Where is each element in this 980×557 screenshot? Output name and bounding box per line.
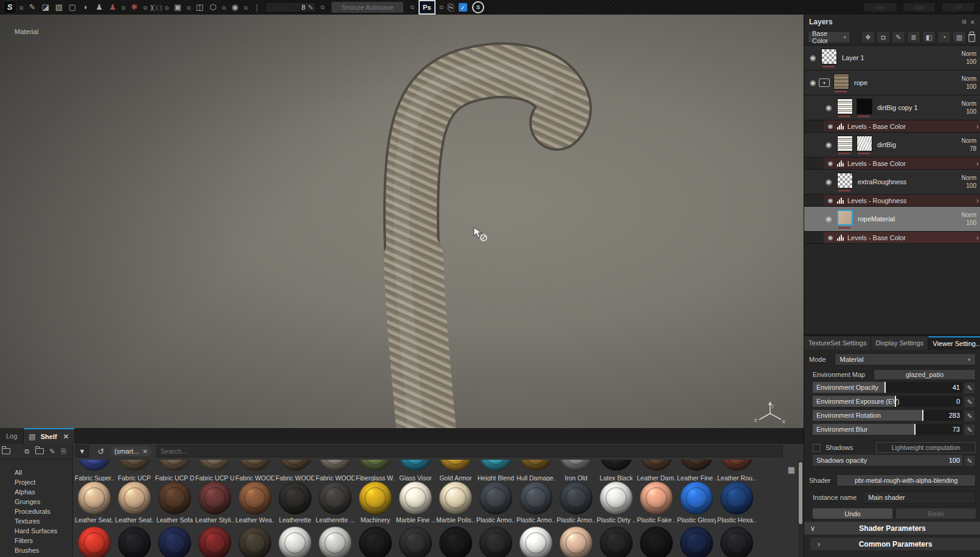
layer-name[interactable]: Layer 1 [842,54,962,61]
layer-name[interactable]: extraRoughness [858,178,962,185]
layer-row[interactable]: ◉ ▼ Levels - Roughness ◉ Levels - Roughn… [804,195,980,207]
shelf-item[interactable]: Plastic Fake ... [636,482,676,524]
shelf-item[interactable] [74,460,114,472]
shelf-item-label[interactable]: Fabric WOOD... [276,474,315,481]
layer-row[interactable]: ◉ ▼ dirtBig Norm78 ◉ dirtBig › [804,133,980,157]
paint-tool-icon[interactable]: ✎ [26,1,38,13]
display-mode-icon[interactable]: ◫ [193,1,206,13]
settings-tab[interactable]: Viewer Setting... [928,336,980,350]
shelf-item[interactable] [556,527,596,557]
pencil-icon[interactable]: ✎ [964,410,976,422]
layer-name[interactable]: dirtBig [877,141,962,148]
filter-chip[interactable]: (smart... ✕ [111,446,151,456]
effect-name[interactable]: Levels - Roughness [847,197,976,204]
layer-row[interactable]: ◉ ▼ Levels - Base Color ◉ Levels - Base … [804,232,980,244]
layer-visibility-toggle[interactable]: ◉ [824,140,833,149]
shelf-item[interactable] [636,460,676,472]
shelf-item[interactable]: Marble Fine ... [395,482,436,524]
shelf-item[interactable] [395,460,436,472]
scrollbar-thumb[interactable] [799,462,802,524]
popout-icon[interactable]: ⧉ [185,2,192,15]
faint-toolbar-button[interactable]: start [864,3,896,12]
layer-visibility-toggle[interactable]: ◉ [808,54,818,62]
shelf-item[interactable] [275,460,315,472]
undo-icon[interactable]: ↺ [95,446,107,457]
shelf-item[interactable] [195,527,235,557]
brush-size-field[interactable]: 8 ✎ [265,2,316,13]
add-smart-material-button[interactable]: ❖ [861,31,875,43]
chevron-icon[interactable]: ∨ [804,524,821,533]
shelf-category-item[interactable]: Textures [0,516,72,526]
blend-mode-select[interactable]: Base Color ▾ [808,31,850,43]
shelf-category-item[interactable]: All [0,468,72,477]
layer-row[interactable]: ◉ ▼ rope Norm100 ◉ rope › [804,71,980,95]
shelf-item[interactable]: Plastic Dirty ... [596,482,636,524]
chevron-right-icon[interactable]: › [976,122,979,131]
shelf-item[interactable]: Leatherette [275,482,315,524]
shelf-item[interactable] [436,460,476,472]
smudge-tool-icon[interactable]: ◗ [80,1,92,13]
layer-thumbnail[interactable] [837,173,853,189]
shelf-category-item[interactable]: Alphas [0,487,72,497]
shelf-item-label[interactable]: Fabric WOOD... [316,474,355,481]
shelf-item[interactable] [114,527,155,557]
shelf-item[interactable]: Leatherette ... [315,482,355,524]
substance-share-icon[interactable]: S [472,1,484,13]
layer-blend-mode[interactable]: Norm [962,174,976,182]
layer-row[interactable]: ◉ ▼ Layer 1 Norm100 ◉ Layer 1 › [804,46,980,71]
pencil-icon[interactable]: ✎ [308,4,313,12]
layer-row[interactable]: ◉ ▼ extraRoughness Norm100 ◉ extraRoughn… [804,170,980,195]
layer-opacity[interactable]: 100 [966,108,976,116]
shelf-category-item[interactable]: Brushes [0,545,72,555]
faint-toolbar-button[interactable]: start [903,3,935,12]
undo-button[interactable]: Undo [813,508,892,519]
layer-visibility-toggle[interactable]: ◉ [824,215,833,223]
faint-toolbar-button[interactable]: off [942,3,974,12]
shelf-item[interactable] [636,527,676,557]
shelf-item[interactable] [74,527,114,557]
shelf-item[interactable]: Leather Seat... [114,482,155,524]
layer-row[interactable]: ◉ ▼ Levels - Base Color ◉ Levels - Base … [804,157,980,170]
popout-icon[interactable]: ⧉ [319,1,326,13]
shelf-item[interactable]: Plastic Hexa... [717,482,757,524]
projection-tool-icon[interactable]: ▧ [53,1,65,13]
layer-opacity[interactable]: 100 [966,182,976,190]
shelf-item[interactable] [436,527,476,557]
shelf-item[interactable] [275,527,315,557]
shelf-scrollbar[interactable] [798,461,803,557]
render-mode-icon[interactable]: ◉ [229,1,241,13]
clone-red-tool-icon[interactable]: ♟ [106,1,119,13]
blue-check-icon[interactable]: ✓ [459,3,467,12]
layer-thumbnail[interactable] [837,210,853,226]
shelf-item[interactable] [717,527,757,557]
clone-tool-icon[interactable]: ♟ [93,1,105,13]
chevron-icon[interactable]: › [810,540,827,548]
pencil-icon[interactable]: ✎ [964,424,976,436]
shelf-item[interactable]: Leather Seat... [74,482,114,524]
effect-name[interactable]: Levels - Base Color [847,234,976,241]
layer-opacity[interactable]: 100 [966,219,976,227]
shelf-item[interactable]: Leather Sofa [155,482,195,524]
layer-name[interactable]: rope [854,79,962,86]
close-icon[interactable]: ✕ [63,432,69,441]
shelf-item[interactable]: Leather Wea... [235,482,275,524]
environment-blur-slider[interactable]: Environment Blur 73 [813,424,962,435]
instance-name-field[interactable]: Main shader [863,491,976,503]
layer-mask-thumbnail[interactable] [857,136,872,151]
shelf-item-label[interactable]: Fabric UCP [118,474,151,481]
popout-icon[interactable]: ⧉ [163,2,170,15]
shelf-item[interactable] [516,460,556,472]
layer-thumbnail[interactable] [837,136,853,151]
shelf-item-label[interactable]: Fabric WOOD... [235,474,274,481]
particles-tool-icon[interactable]: ✱ [128,1,141,13]
shadows-mode-select[interactable]: Lightweight computation [876,442,976,453]
shelf-item[interactable] [596,460,636,472]
pencil-icon[interactable]: ✎ [964,382,976,394]
shelf-item[interactable] [235,460,275,472]
shelf-item[interactable]: Plastic Glossy [676,482,717,524]
shelf-item-label[interactable]: Iron Old [565,474,587,481]
shelf-item[interactable]: Plastic Armo... [516,482,556,524]
tab-shelf[interactable]: Shelf [41,433,57,440]
shelf-item[interactable] [355,460,395,472]
shelf-item[interactable]: Marble Polis... [436,482,476,524]
